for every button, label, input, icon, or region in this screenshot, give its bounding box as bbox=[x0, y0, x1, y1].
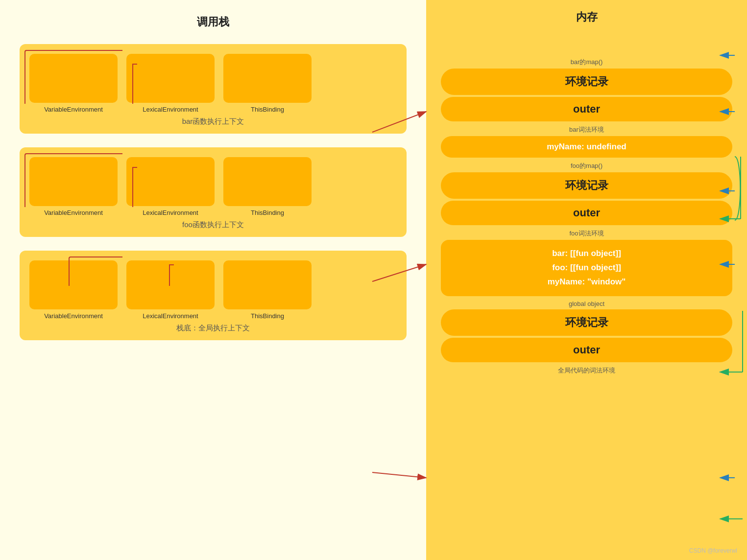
red-bracket-foo bbox=[24, 153, 122, 207]
red-bracket-global bbox=[69, 257, 122, 286]
red-bracket-global2 bbox=[169, 264, 174, 286]
bar-le-block bbox=[126, 54, 215, 103]
global-ve-label: VariableEnvironment bbox=[44, 312, 103, 320]
bar-ve-label: VariableEnvironment bbox=[44, 106, 103, 113]
global-object-label: global object bbox=[441, 298, 732, 309]
red-bracket-foo2 bbox=[132, 167, 137, 207]
foo-tb-label: ThisBinding bbox=[251, 209, 284, 216]
foo-tb-col: ThisBinding bbox=[223, 157, 312, 216]
global-lexical-label: 全局代码的词法环境 bbox=[441, 364, 732, 377]
watermark: CSDN @foreverwl bbox=[689, 547, 737, 554]
bar-outer: outer bbox=[441, 97, 732, 121]
foo-le-col: LexicalEnvironment bbox=[126, 157, 215, 216]
red-bracket-bar2 bbox=[132, 64, 137, 104]
foo-le-label: LexicalEnvironment bbox=[143, 209, 198, 216]
foo-outer: outer bbox=[441, 201, 732, 225]
global-tb-block bbox=[223, 260, 312, 309]
global-object-content: bar: [[fun object]] foo: [[fun object]] … bbox=[441, 240, 732, 296]
foo-le-block bbox=[126, 157, 215, 206]
bar-lexical-label: bar词法环境 bbox=[441, 123, 732, 136]
left-title: 调用栈 bbox=[20, 15, 407, 29]
call-stack-panel: 调用栈 VariableEnvironment LexicalEnvironme… bbox=[0, 0, 426, 560]
global-tb-label: ThisBinding bbox=[251, 312, 284, 320]
bar-context: VariableEnvironment LexicalEnvironment T… bbox=[20, 44, 407, 134]
bar-tb-block bbox=[223, 54, 312, 103]
foo-context: VariableEnvironment LexicalEnvironment T… bbox=[20, 147, 407, 237]
right-title: 内存 bbox=[441, 10, 732, 24]
foo-caption: foo函数执行上下文 bbox=[29, 220, 397, 230]
memory-panel: 内存 bar的map() 环境记录 outer bar词法环境 myName: … bbox=[426, 0, 747, 560]
global-outer: outer bbox=[441, 338, 732, 362]
red-bracket-bar bbox=[24, 50, 122, 104]
global-le-label: LexicalEnvironment bbox=[143, 312, 198, 320]
bar-caption: bar函数执行上下文 bbox=[29, 117, 397, 126]
global-tb-col: ThisBinding bbox=[223, 260, 312, 320]
bar-map-top-pill bbox=[441, 34, 732, 54]
bar-map-label: bar的map() bbox=[441, 56, 732, 69]
main-container: 调用栈 VariableEnvironment LexicalEnvironme… bbox=[0, 0, 747, 560]
foo-ve-label: VariableEnvironment bbox=[44, 209, 103, 216]
global-context: VariableEnvironment LexicalEnvironment T… bbox=[20, 251, 407, 340]
foo-env-record: 环境记录 bbox=[441, 172, 732, 199]
bar-tb-col: ThisBinding bbox=[223, 54, 312, 113]
global-caption: 栈底：全局执行上下文 bbox=[29, 324, 397, 333]
foo-map-label: foo的map() bbox=[441, 160, 732, 172]
bar-myname: myName: undefined bbox=[441, 136, 732, 158]
bar-le-col: LexicalEnvironment bbox=[126, 54, 215, 113]
foo-tb-block bbox=[223, 157, 312, 206]
global-env-record: 环境记录 bbox=[441, 309, 732, 336]
bar-env-record: 环境记录 bbox=[441, 69, 732, 95]
bar-tb-label: ThisBinding bbox=[251, 106, 284, 113]
bar-le-label: LexicalEnvironment bbox=[143, 106, 198, 113]
foo-lexical-label: foo词法环境 bbox=[441, 227, 732, 240]
